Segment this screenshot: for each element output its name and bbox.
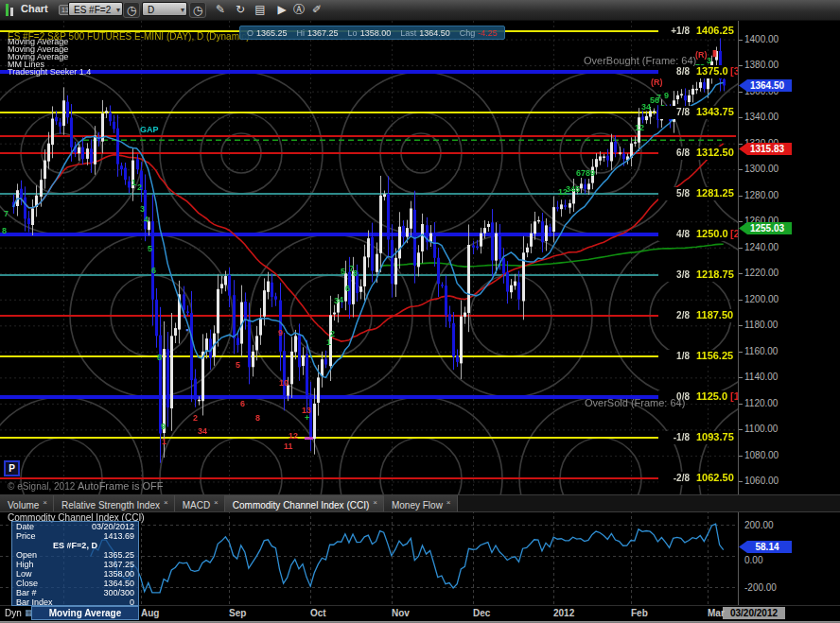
data-window-row: Low1358.00 [12,569,138,579]
data-window-row: Price1413.69 [12,531,138,541]
dw-label: High [16,560,34,569]
tab-close-icon[interactable]: × [214,498,219,507]
month-label-aug: Aug [141,608,159,618]
interval-input[interactable]: D ▾ [142,2,187,16]
price-axis-label: 1240.00 [744,242,779,252]
axis-tick [739,65,743,66]
indicator-tabbar: Volume×Relative Strength Index×MACD×Comm… [0,494,840,512]
bar-replay-icon[interactable]: ▶ [273,2,290,18]
status-study-label[interactable]: Moving Average [31,606,139,620]
axis-tick [739,196,743,197]
symbol-history-icon[interactable]: ◷ [123,2,140,18]
titlebar: Chart 131 ES #F=2 ▾ D ▾ ◷◷✎↻▤▶Ⓐ✐ [0,0,840,21]
cci-axis-label: 0.00 [744,555,762,565]
quote-label: O [247,28,254,38]
axis-tick [739,92,743,93]
auto-scale-icon[interactable]: Ⓐ [290,2,307,18]
reload-chart-icon[interactable]: ↻ [232,2,249,18]
axis-tick [739,300,743,301]
tab-macd[interactable]: MACD× [175,495,225,511]
tab-close-icon[interactable]: × [446,498,451,507]
chevron-down-icon[interactable]: ▾ [116,3,120,17]
axis-tick [739,40,743,41]
dw-value: 1413.69 [103,531,134,541]
quote-label: Chg [460,28,476,38]
axis-tick [739,117,743,118]
line-tool-icon[interactable]: ✐ [308,2,325,18]
quote-value: -4.25 [478,28,498,38]
data-window-symbol: ES #F=2, D [12,541,138,550]
page-marker[interactable]: P [4,460,20,476]
tab-volume[interactable]: Volume× [0,495,54,511]
price-axis-label: 1380.00 [744,60,779,70]
price-axis-label: 1060.00 [744,476,779,486]
dw-value: 1365.25 [103,550,134,560]
dw-label: Open [16,550,37,560]
quote-board-icon[interactable]: ▤ [252,2,269,18]
tab-label: Commodity Channel Index (CCI) [233,500,370,511]
chevron-down-icon[interactable]: ▾ [181,3,184,17]
dw-value: 300/300 [103,588,134,597]
price-axis-label: 1400.00 [744,34,779,44]
tab-commodity-channel-index-cci-[interactable]: Commodity Channel Index (CCI)× [225,495,384,511]
axis-tick [739,352,743,353]
month-label-oct: Oct [310,608,326,618]
last-price-tag: 1364.50 [739,79,792,92]
dw-label: Close [16,579,38,588]
quote-value: 1367.25 [307,28,339,38]
interval-value: D [148,5,154,15]
axis-tick [739,169,743,170]
quote-label: Last [400,28,416,38]
tab-close-icon[interactable]: × [164,498,168,507]
status-mode-label: Dyn [5,608,22,618]
oversold-label: OverSold (Frame: 64) [585,397,685,408]
chart-app-icon [6,4,15,16]
draw-pencil-icon[interactable]: ✎ [212,2,229,18]
cci-axis-label: -200.00 [744,582,777,593]
tab-money-flow[interactable]: Money Flow× [384,495,458,511]
price-axis-label: 1200.00 [744,294,779,304]
month-label-mar: Mar [708,608,725,618]
axis-tick [739,273,743,274]
data-window-row: Bar #300/300 [12,588,138,597]
price-axis-label: 1140.00 [744,372,778,382]
month-label-sep: Sep [229,608,246,618]
overbought-label: OverBought (Frame: 64) [584,55,696,66]
tab-relative-strength-index[interactable]: Relative Strength Index× [54,495,175,511]
dw-label: Bar # [16,588,37,597]
symbol-value: ES #F=2 [74,5,111,15]
study-legend: Moving AverageMoving AverageMoving Avera… [8,38,91,76]
symbol-input[interactable]: ES #F=2 ▾ [68,2,123,16]
price-axis-label: 1120.00 [744,398,778,408]
axis-tick [739,377,743,378]
data-window: Date03/20/2012Price1413.69ES #F=2, DOpen… [11,521,139,606]
quote-label: Hi [297,28,306,38]
axis-tick [739,221,743,222]
data-window-row: Date03/20/2012 [12,522,138,531]
dw-value: 1358.00 [103,569,134,579]
dw-label: Date [16,522,34,531]
dw-label: Low [16,569,32,579]
price-axis-label: 1220.00 [744,268,779,278]
price-axis-label: 1160.00 [744,346,778,356]
quote-value: 1364.50 [419,28,450,38]
tab-close-icon[interactable]: × [373,498,377,507]
axis-tick [739,456,743,457]
main-chart-canvas[interactable] [0,21,738,494]
quote-value: 1358.00 [360,28,392,38]
tab-close-icon[interactable]: × [43,498,47,507]
month-label-nov: Nov [392,608,410,618]
axis-tick [739,144,743,145]
chart-window: Chart 131 ES #F=2 ▾ D ▾ ◷◷✎↻▤▶Ⓐ✐ ES #F=2… [0,0,840,623]
window-title: Chart [21,3,48,14]
data-window-row: Open1365.25 [12,550,138,560]
dw-label: Price [16,531,36,541]
price-axis-label: 1100.00 [744,424,778,434]
price-axis-label: 1280.00 [744,190,779,200]
quote-bar: O1365.25Hi1367.25Lo1358.00Last1364.50Chg… [239,26,505,40]
tab-label: Volume [8,500,39,511]
month-label-feb: Feb [631,608,648,618]
interval-history-icon[interactable]: ◷ [189,2,206,18]
quote-label: Lo [348,28,358,38]
price-axis-label: 1180.00 [744,320,778,330]
